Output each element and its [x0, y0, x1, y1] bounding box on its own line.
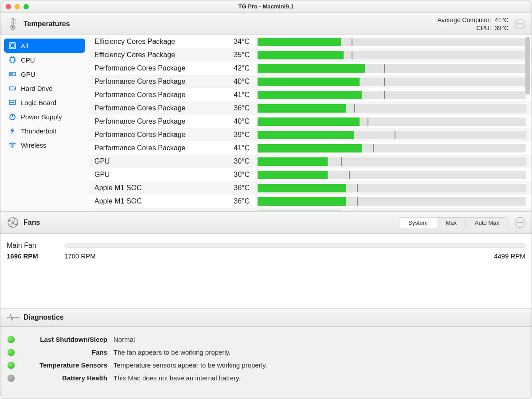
fan-mode-max[interactable]: Max [437, 218, 466, 228]
fan-min-rpm: 1700 RPM [64, 252, 96, 260]
diagnostics-row: Temperature SensorsTemperature sensors a… [8, 359, 524, 372]
temperature-summary: Average Computer: 41°C CPU: 39°C [438, 16, 509, 32]
sensor-name: Performance Cores Package [94, 104, 223, 112]
sensor-value: 36°C [223, 104, 258, 112]
sidebar-item-cpu[interactable]: CPU [4, 53, 85, 67]
sensor-row: Apple M1 SOC36°C [89, 195, 532, 208]
fan-mode-system[interactable]: System [399, 218, 436, 228]
sensor-value: 34°C [223, 211, 258, 211]
sensor-row: Efficiency Cores Package35°C [89, 48, 532, 62]
sidebar-item-label: Wireless [21, 141, 47, 149]
sidebar-item-thunderbolt[interactable]: Thunderbolt [4, 124, 85, 138]
sidebar-item-all[interactable]: All [4, 39, 85, 53]
fan-speed-slider[interactable] [64, 243, 525, 248]
sensor-name: Efficiency Cores Package [94, 51, 223, 59]
sensor-bar [258, 184, 526, 192]
diagnostics-label: Temperature Sensors [21, 361, 107, 369]
fans-header: Fans SystemMaxAuto Max [0, 211, 532, 234]
svg-point-34 [522, 222, 523, 223]
titlebar: TG Pro - Macmini9,1 [0, 0, 532, 13]
svg-point-33 [520, 222, 521, 223]
sidebar-item-gpu[interactable]: GPU [4, 67, 85, 81]
sensor-value: 40°C [223, 117, 258, 125]
diagnostics-row: Last Shutdown/SleepNormal [8, 333, 524, 346]
svg-point-32 [517, 222, 519, 223]
sensor-bar [258, 117, 526, 126]
diagnostics-header-label: Diagnostics [23, 313, 64, 321]
sensor-row: Performance Cores Package39°C [89, 128, 532, 141]
sensor-name: Performance Cores Package [94, 144, 223, 152]
sensor-bar [258, 38, 526, 46]
sensor-value: 41°C [223, 91, 258, 99]
temperatures-body: AllCPUGPUHard DriveLogic BoardPower Supp… [0, 35, 532, 211]
status-dot-icon [8, 336, 15, 343]
fans-body: Main Fan 1696 RPM 1700 RPM 4499 RPM [0, 234, 532, 308]
sidebar-item-logicboard[interactable]: Logic Board [4, 95, 85, 110]
sidebar-item-label: Logic Board [21, 99, 56, 106]
sensor-list[interactable]: Efficiency Cores Package34°CEfficiency C… [89, 35, 532, 211]
fan-mode-auto-max[interactable]: Auto Max [466, 218, 508, 228]
svg-point-5 [517, 23, 519, 25]
sensor-bar [258, 144, 526, 153]
app-window: TG Pro - Macmini9,1 Temperatures Average… [0, 0, 532, 399]
fans-more-button[interactable] [515, 217, 525, 228]
diagnostics-row: FansThe fan appears to be working proper… [8, 346, 524, 359]
temperatures-header-label: Temperatures [23, 20, 70, 28]
wireless-icon [8, 141, 16, 149]
diagnostics-value: Normal [113, 336, 135, 343]
sensor-row: Performance Cores Package40°C [89, 75, 532, 88]
sensor-value: 36°C [223, 197, 258, 205]
sidebar-item-harddrive[interactable]: Hard Drive [4, 81, 85, 95]
diagnostics-label: Last Shutdown/Sleep [21, 336, 107, 343]
sensor-value: 30°C [223, 171, 258, 179]
svg-rect-21 [9, 87, 16, 90]
sensor-row: Performance Cores Package42°C [89, 62, 532, 75]
svg-point-0 [12, 26, 14, 28]
sensor-name: GPU [94, 157, 223, 165]
sidebar-item-wireless[interactable]: Wireless [4, 138, 85, 152]
sensor-value: 30°C [223, 157, 258, 165]
svg-rect-8 [9, 43, 16, 49]
diagnostics-header: Diagnostics [0, 308, 532, 327]
sidebar-item-power[interactable]: Power Supply [4, 110, 85, 124]
sensor-name: Performance Cores Package [94, 117, 223, 125]
sensor-value: 42°C [223, 64, 258, 72]
sensor-bar [258, 157, 526, 166]
diagnostics-value: The fan appears to be working properly. [113, 348, 231, 356]
sensor-bar [258, 91, 526, 99]
svg-rect-9 [11, 44, 14, 47]
sensor-row: Performance Cores Package40°C [89, 115, 532, 128]
diagnostics-row: Battery HealthThis Mac does not have an … [8, 372, 524, 384]
sensor-name: Apple M1 SOC [94, 211, 223, 211]
sensor-name: Performance Cores Package [94, 64, 223, 72]
diagnostics-label: Fans [21, 348, 107, 356]
scrollbar-thumb[interactable] [525, 37, 530, 94]
svg-rect-10 [10, 58, 15, 62]
thunderbolt-icon [8, 127, 16, 135]
category-sidebar: AllCPUGPUHard DriveLogic BoardPower Supp… [0, 35, 89, 211]
fan-mode-segmented: SystemMaxAuto Max [399, 217, 509, 228]
svg-point-22 [14, 88, 15, 89]
sensor-row: GPU30°C [89, 168, 532, 181]
power-icon [8, 113, 16, 121]
svg-point-7 [522, 23, 523, 25]
fans-header-label: Fans [23, 219, 40, 227]
sensor-name: Apple M1 SOC [94, 197, 223, 205]
harddrive-icon [8, 84, 16, 92]
sensor-row: Efficiency Cores Package34°C [89, 35, 532, 48]
sensor-value: 36°C [223, 184, 258, 192]
sidebar-item-label: Hard Drive [21, 85, 53, 92]
sensor-bar [258, 104, 526, 113]
status-dot-icon [8, 375, 15, 382]
all-icon [8, 42, 16, 50]
temperatures-more-button[interactable] [515, 19, 525, 29]
sensor-value: 34°C [223, 38, 258, 46]
temperatures-header: Temperatures Average Computer: 41°C CPU:… [0, 13, 532, 35]
fan-name: Main Fan [7, 242, 64, 250]
svg-point-6 [520, 23, 521, 25]
fan-max-rpm: 4499 RPM [494, 252, 525, 260]
diagnostics-label: Battery Health [21, 374, 107, 382]
ekg-icon [7, 311, 19, 324]
gpu-icon [8, 70, 16, 78]
sensor-value: 39°C [223, 131, 258, 139]
